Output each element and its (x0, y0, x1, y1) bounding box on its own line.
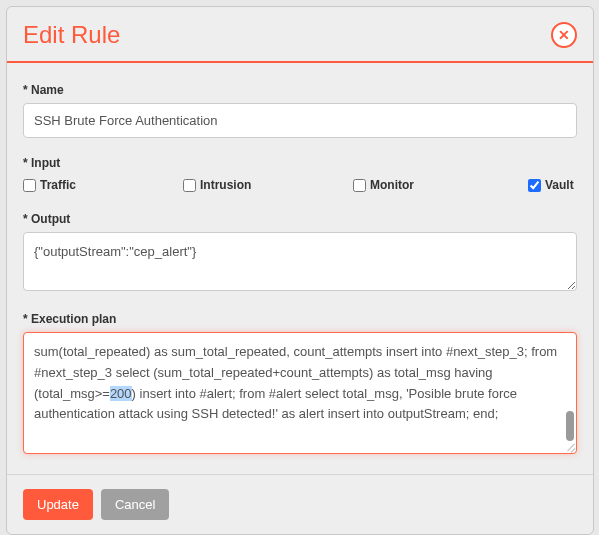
exec-scrollbar-thumb[interactable] (566, 411, 574, 441)
execution-plan-input[interactable]: sum(total_repeated) as sum_total_repeate… (23, 332, 577, 454)
modal-footer: Update Cancel (7, 474, 593, 534)
output-group: * Output (23, 212, 577, 294)
close-icon: ✕ (558, 28, 570, 42)
checkbox-monitor-label: Monitor (370, 178, 414, 192)
checkbox-intrusion-input[interactable] (183, 179, 196, 192)
output-label: * Output (23, 212, 577, 226)
execution-label: * Execution plan (23, 312, 577, 326)
modal-title: Edit Rule (23, 21, 120, 49)
input-label: * Input (23, 156, 577, 170)
checkbox-intrusion-label: Intrusion (200, 178, 251, 192)
input-checkbox-row: Traffic Intrusion Monitor Vault (23, 176, 577, 194)
checkbox-vault-input[interactable] (528, 179, 541, 192)
edit-rule-modal: Edit Rule ✕ * Name * Input Traffic Intru… (6, 6, 594, 535)
checkbox-traffic-label: Traffic (40, 178, 76, 192)
checkbox-traffic[interactable]: Traffic (23, 178, 183, 192)
resize-handle-icon[interactable] (563, 440, 575, 452)
name-group: * Name (23, 83, 577, 138)
modal-body: * Name * Input Traffic Intrusion Monitor (7, 63, 593, 474)
checkbox-vault[interactable]: Vault (528, 178, 574, 192)
cancel-button[interactable]: Cancel (101, 489, 169, 520)
name-input[interactable] (23, 103, 577, 138)
checkbox-traffic-input[interactable] (23, 179, 36, 192)
checkbox-monitor[interactable]: Monitor (353, 178, 528, 192)
modal-header: Edit Rule ✕ (7, 7, 593, 63)
update-button[interactable]: Update (23, 489, 93, 520)
checkbox-monitor-input[interactable] (353, 179, 366, 192)
name-label: * Name (23, 83, 577, 97)
checkbox-vault-label: Vault (545, 178, 574, 192)
exec-text-highlight: 200 (110, 386, 132, 401)
input-group: * Input Traffic Intrusion Monitor Vault (23, 156, 577, 194)
close-button[interactable]: ✕ (551, 22, 577, 48)
execution-group: * Execution plan sum(total_repeated) as … (23, 312, 577, 454)
exec-scrollbar[interactable] (564, 335, 574, 441)
output-textarea[interactable] (23, 232, 577, 291)
execution-plan-text[interactable]: sum(total_repeated) as sum_total_repeate… (24, 333, 576, 453)
checkbox-intrusion[interactable]: Intrusion (183, 178, 353, 192)
